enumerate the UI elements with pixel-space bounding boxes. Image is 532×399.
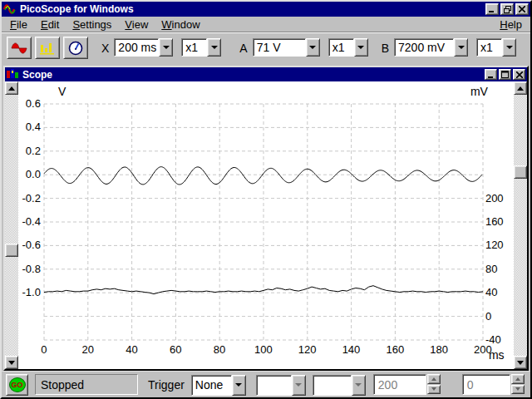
timebase-value: 200 ms <box>114 38 159 57</box>
toolbar: X 200 ms x1 A 71 V x1 B 7200 mV x1 <box>2 32 530 62</box>
x-axis-tick: 60 <box>159 343 192 356</box>
channel-b-range-select[interactable]: 7200 mV <box>394 38 468 58</box>
x-axis-tick: 160 <box>378 343 411 356</box>
y-right-tick: 160 <box>485 215 504 228</box>
menu-window[interactable]: Window <box>155 17 206 32</box>
x-multiplier-dropdown-button[interactable] <box>207 38 221 57</box>
menu-settings[interactable]: Settings <box>66 17 118 32</box>
menu-edit[interactable]: Edit <box>34 17 66 32</box>
trigger-threshold-spinner: 200 <box>373 374 441 395</box>
y-right-tick: 120 <box>485 239 504 251</box>
scope-titlebar: Scope <box>5 67 527 81</box>
scope-close-button[interactable] <box>513 69 525 80</box>
spin-down-button <box>427 385 441 395</box>
channel-b-range-value: 7200 mV <box>394 38 454 57</box>
restore-icon <box>504 6 511 13</box>
y-left-tick: 0.6 <box>18 97 41 110</box>
timebase-select[interactable]: 200 ms <box>114 38 173 58</box>
scope-window-icon <box>7 69 19 80</box>
trigger-channel-value <box>256 375 292 396</box>
application-window: PicoScope for Windows File Edit Settings… <box>0 0 532 399</box>
x-multiplier-select[interactable]: x1 <box>181 38 221 58</box>
trigger-mode-dropdown-button[interactable] <box>232 375 246 396</box>
b-multiplier-dropdown-button[interactable] <box>502 38 516 57</box>
channel-a-scrollbar[interactable] <box>5 81 18 369</box>
channel-a-label: A <box>239 42 247 55</box>
close-icon <box>516 71 523 78</box>
arrow-up-icon <box>517 86 524 91</box>
scroll-down-button[interactable] <box>5 356 18 369</box>
x-axis-tick: 140 <box>335 343 368 356</box>
arrow-down-icon <box>517 361 524 365</box>
x-axis-tick: 20 <box>71 343 105 356</box>
arrow-down-icon <box>431 387 436 391</box>
x-axis-tick: 0 <box>27 343 61 356</box>
yellow-bars-icon <box>39 42 56 55</box>
channel-a-trace <box>44 167 482 185</box>
go-button[interactable]: GO <box>6 374 28 396</box>
window-title: PicoScope for Windows <box>20 3 485 15</box>
a-multiplier-dropdown-button[interactable] <box>354 38 368 57</box>
scroll-up-button[interactable] <box>5 81 18 95</box>
menu-view[interactable]: View <box>118 17 155 32</box>
menu-help[interactable]: Help <box>493 17 529 32</box>
maximize-icon <box>501 71 509 78</box>
menu-file[interactable]: File <box>3 17 34 32</box>
channel-a-range-value: 71 V <box>253 38 306 57</box>
y-right-tick: 40 <box>485 286 497 298</box>
timebase-dropdown-button[interactable] <box>159 38 173 57</box>
trigger-channel-select <box>256 375 306 395</box>
x-axis-tick: 80 <box>203 343 236 356</box>
x-axis-tick: 40 <box>116 343 149 356</box>
b-multiplier-value: x1 <box>476 38 502 57</box>
b-multiplier-select[interactable]: x1 <box>476 38 516 58</box>
delay-spin-buttons <box>511 374 525 395</box>
oscilloscope-view-button[interactable] <box>7 37 32 59</box>
trigger-delay-value: 0 <box>462 374 510 395</box>
channel-b-scroll-thumb[interactable] <box>514 165 527 179</box>
minimize-icon <box>489 6 495 12</box>
chevron-down-icon <box>355 383 362 387</box>
left-axis-unit: V <box>58 85 66 98</box>
app-icon <box>3 3 17 15</box>
y-left-tick: -0.2 <box>18 192 41 204</box>
restore-button[interactable] <box>500 3 514 15</box>
y-left-tick: 0.2 <box>18 145 41 157</box>
x-axis-tick: 180 <box>422 343 456 356</box>
close-button[interactable] <box>515 3 529 15</box>
x-axis-label: X <box>101 42 109 55</box>
channel-b-range-dropdown-button[interactable] <box>454 38 468 57</box>
arrow-down-icon <box>8 361 15 365</box>
channel-a-range-dropdown-button[interactable] <box>306 38 320 57</box>
y-left-tick: 0.0 <box>18 168 41 180</box>
trigger-label: Trigger <box>148 378 185 392</box>
trigger-delay-spinner: 0 <box>462 374 525 395</box>
trigger-channel-dropdown-button <box>292 375 306 396</box>
a-multiplier-select[interactable]: x1 <box>328 38 368 58</box>
scroll-down-button[interactable] <box>514 356 527 369</box>
chevron-down-icon <box>235 383 242 387</box>
channel-b-scrollbar[interactable] <box>514 81 527 369</box>
scroll-up-button[interactable] <box>514 81 527 95</box>
spectrum-view-button[interactable] <box>35 37 60 59</box>
trigger-mode-select[interactable]: None <box>191 375 246 395</box>
meter-view-button[interactable] <box>63 37 88 59</box>
minimize-button[interactable] <box>485 3 499 15</box>
channel-a-scroll-thumb[interactable] <box>5 244 18 257</box>
gauge-icon <box>68 41 83 56</box>
arrow-down-icon <box>515 387 520 391</box>
channel-a-range-select[interactable]: 71 V <box>253 38 320 58</box>
chevron-down-icon <box>163 46 170 49</box>
scope-plot <box>18 81 514 369</box>
right-axis-unit: mV <box>470 85 488 98</box>
trigger-direction-value <box>313 375 352 396</box>
go-button-label: GO <box>9 377 26 392</box>
scope-minimize-button[interactable] <box>485 69 497 80</box>
status-panel: Stopped <box>35 374 138 395</box>
scope-maximize-button[interactable] <box>499 69 511 80</box>
close-icon <box>519 6 525 12</box>
main-titlebar: PicoScope for Windows <box>2 2 530 17</box>
red-sine-icon <box>11 42 27 55</box>
chevron-down-icon <box>357 46 364 49</box>
y-left-tick: -1.0 <box>18 286 41 298</box>
